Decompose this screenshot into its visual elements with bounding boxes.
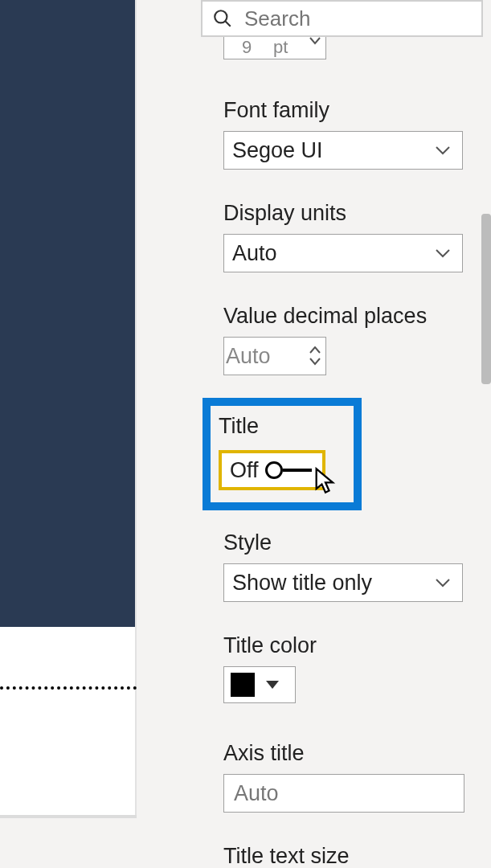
report-visual	[0, 0, 135, 627]
style-label: Style	[223, 530, 463, 555]
canvas-boundary	[0, 686, 137, 690]
display-units-label: Display units	[223, 201, 463, 226]
search-icon	[212, 7, 233, 30]
chevron-down-icon	[435, 145, 451, 155]
display-units-select[interactable]: Auto	[223, 234, 463, 272]
toggle-line	[283, 469, 312, 472]
color-swatch	[231, 673, 255, 697]
scrollbar-thumb[interactable]	[481, 214, 491, 384]
svg-point-0	[215, 10, 227, 23]
font-size-spinner[interactable]: 9 pt	[223, 37, 326, 59]
canvas-footer	[0, 815, 137, 818]
title-toggle-state: Off	[230, 458, 259, 483]
axis-title-input[interactable]: Auto	[223, 774, 464, 813]
font-family-select[interactable]: Segoe UI	[223, 131, 463, 170]
font-family-label: Font family	[223, 98, 463, 123]
chevron-up-icon	[309, 346, 321, 354]
title-toggle-highlight: Title Off	[203, 398, 362, 510]
title-color-label: Title color	[223, 633, 317, 658]
title-toggle-label: Title	[219, 414, 346, 439]
chevron-down-icon	[435, 248, 451, 258]
canvas-area	[0, 0, 137, 818]
search-group[interactable]	[201, 0, 483, 37]
chevron-down-icon	[309, 37, 321, 45]
value-decimal-group: Value decimal places Auto	[223, 304, 427, 375]
display-units-value: Auto	[232, 241, 277, 266]
title-text-size-group: Title text size	[223, 844, 350, 868]
style-select[interactable]: Show title only	[223, 563, 463, 602]
font-family-value: Segoe UI	[232, 138, 323, 163]
title-color-group: Title color	[223, 633, 317, 703]
chevron-down-icon	[435, 578, 451, 588]
display-units-group: Display units Auto	[223, 201, 463, 272]
caret-down-icon	[266, 681, 279, 689]
style-group: Style Show title only	[223, 530, 463, 602]
spinner-arrows[interactable]	[309, 346, 321, 366]
search-input[interactable]	[244, 6, 491, 31]
chevron-down-icon	[309, 358, 321, 366]
style-value: Show title only	[232, 571, 372, 596]
font-family-group: Font family Segoe UI	[223, 98, 463, 170]
axis-title-group: Axis title Auto	[223, 741, 464, 813]
title-toggle[interactable]: Off	[219, 450, 325, 490]
title-color-picker[interactable]	[223, 666, 296, 703]
title-text-size-label: Title text size	[223, 844, 350, 868]
toggle-knob	[265, 461, 283, 479]
value-decimal-value: Auto	[226, 344, 271, 369]
axis-title-label: Axis title	[223, 741, 464, 766]
font-size-value: 9	[242, 37, 252, 58]
value-decimal-spinner[interactable]: Auto	[223, 337, 326, 375]
svg-line-1	[225, 21, 231, 27]
value-decimal-label: Value decimal places	[223, 304, 427, 329]
font-size-unit: pt	[273, 37, 288, 58]
toggle-track	[265, 461, 312, 479]
axis-title-value: Auto	[234, 781, 279, 806]
